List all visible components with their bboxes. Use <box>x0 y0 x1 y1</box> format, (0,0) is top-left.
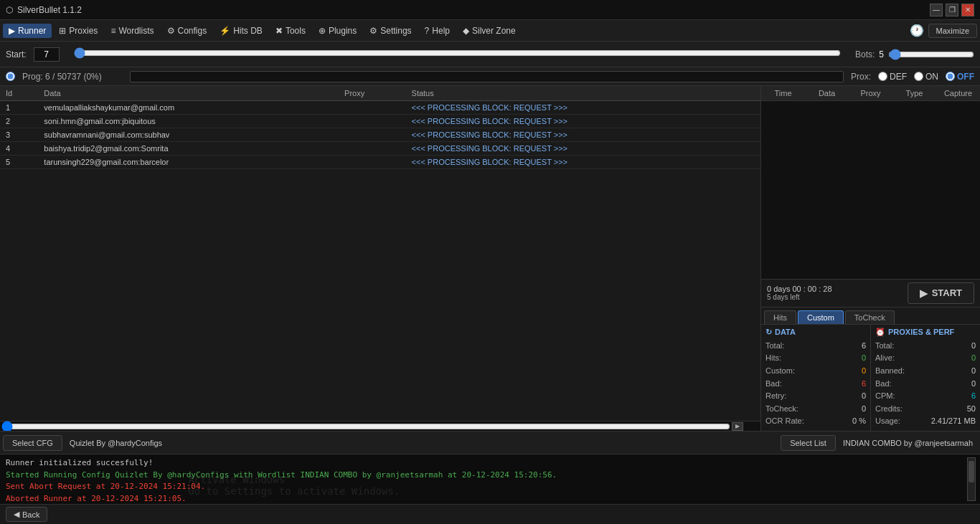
log-scrollbar-thumb[interactable] <box>969 461 974 482</box>
stat-ocrrate-label: OCR Rate: <box>765 415 804 428</box>
menu-configs[interactable]: ⚙ Configs <box>161 24 213 38</box>
log-scrollbar[interactable] <box>967 457 976 501</box>
table-row: 3 subhavramnani@gmail.com:subhav <<< PRO… <box>0 128 760 142</box>
back-button[interactable]: ◀ Back <box>6 507 47 522</box>
menu-tools[interactable]: ✖ Tools <box>270 24 311 38</box>
prog-radio[interactable] <box>6 72 15 81</box>
menu-hitsdb[interactable]: ⚡ Hits DB <box>214 24 268 38</box>
cell-id: 1 <box>0 101 38 115</box>
menu-proxies-label: Proxies <box>69 26 98 36</box>
minimize-button[interactable]: — <box>930 4 943 16</box>
cell-id: 4 <box>0 142 38 156</box>
proxy-off-label[interactable]: OFF <box>946 72 974 82</box>
prox-usage-value: 2.41/271 MB <box>931 415 976 428</box>
menu-wordlists[interactable]: ≡ Wordlists <box>105 24 159 38</box>
help-icon: ? <box>425 26 430 36</box>
menu-help[interactable]: ? Help <box>419 24 456 38</box>
proxy-def-label[interactable]: DEF <box>878 72 907 82</box>
cell-data: subhavramnani@gmail.com:subhav <box>38 128 339 142</box>
app-icon: ⬡ <box>6 5 13 15</box>
hscroll-right-btn[interactable]: ▶ <box>732 422 743 431</box>
menu-settings[interactable]: ⚙ Settings <box>364 24 417 38</box>
progress-bar-container <box>130 71 844 82</box>
start-icon: ▶ <box>920 287 928 299</box>
menu-plugins[interactable]: ⊕ Plugins <box>313 24 362 38</box>
results-capture-header: Capture <box>936 89 980 97</box>
log-lines: Runner initialized succesfully!Started R… <box>6 457 974 504</box>
stat-retry: Retry: 0 <box>765 390 866 403</box>
menu-proxies[interactable]: ⊞ Proxies <box>53 24 103 38</box>
config-name: Quizlet By @hardyConfigs <box>65 439 166 447</box>
prox-total: Total: 0 <box>875 340 976 353</box>
proxies-stats-title: PROXIES & PERF <box>888 328 954 336</box>
prox-bad-value: 0 <box>971 378 976 391</box>
table-row: 5 tarunsingh229@gmail.com:barcelor <<< P… <box>0 156 760 169</box>
days-left: 5 days left <box>767 293 832 301</box>
history-button[interactable]: 🕐 <box>907 24 927 37</box>
cell-proxy <box>339 128 405 142</box>
data-stats-icon: ↻ <box>765 328 772 337</box>
prox-total-label: Total: <box>875 340 894 353</box>
prox-label: Prox: <box>851 72 871 82</box>
stats-panel: ↻ DATA Total: 6 Hits: 0 Custom: 0 <box>761 324 980 431</box>
wordlist-name: INDIAN COMBO by @ranjeetsarmah <box>839 439 977 447</box>
stat-total: Total: 6 <box>765 340 866 353</box>
stat-bad: Bad: 6 <box>765 378 866 391</box>
timer-display: 0 days 00 : 00 : 28 <box>767 285 832 293</box>
horizontal-scrollbar[interactable] <box>1 424 730 429</box>
tab-custom[interactable]: Custom <box>798 310 844 324</box>
start-input[interactable]: 7 <box>34 47 60 62</box>
tab-hits[interactable]: Hits <box>764 310 796 324</box>
results-type-header: Type <box>892 89 936 97</box>
stat-total-value: 6 <box>862 340 866 353</box>
bottom-bar: ◀ Back <box>0 504 980 524</box>
tab-tocheck[interactable]: ToCheck <box>845 310 895 324</box>
stat-hits-label: Hits: <box>765 352 781 365</box>
menu-silverzone-label: Silver Zone <box>472 26 516 36</box>
cell-proxy <box>339 115 405 128</box>
start-label: START <box>932 287 962 298</box>
menu-hitsdb-label: Hits DB <box>233 26 263 36</box>
back-icon: ◀ <box>14 510 19 519</box>
col-data: Data <box>38 86 339 101</box>
results-proxy-header: Proxy <box>849 89 892 97</box>
maximize-button[interactable]: Maximize <box>928 24 977 38</box>
close-button[interactable]: ✕ <box>961 4 974 16</box>
stat-hits: Hits: 0 <box>765 352 866 365</box>
proxy-on-radio[interactable] <box>914 72 923 81</box>
restore-button[interactable]: ❐ <box>946 4 958 16</box>
configs-icon: ⚙ <box>167 26 175 36</box>
cell-status: <<< PROCESSING BLOCK: REQUEST >>> <box>406 128 760 142</box>
cell-id: 3 <box>0 128 38 142</box>
proxy-on-label[interactable]: ON <box>914 72 938 82</box>
stat-ocrrate-value: 0 % <box>852 415 866 428</box>
silverzone-icon: ◆ <box>463 26 469 36</box>
select-list-button[interactable]: Select List <box>781 435 836 451</box>
cell-proxy <box>339 142 405 156</box>
position-slider[interactable] <box>74 47 841 59</box>
prox-bad: Bad: 0 <box>875 378 976 391</box>
result-tabs: Hits Custom ToCheck <box>761 307 980 324</box>
cell-status: <<< PROCESSING BLOCK: REQUEST >>> <box>406 101 760 115</box>
proxy-on-text: ON <box>925 72 938 82</box>
proxy-off-radio[interactable] <box>946 72 955 81</box>
proxy-def-radio[interactable] <box>878 72 887 81</box>
stat-hits-value: 0 <box>862 352 866 365</box>
cell-id: 2 <box>0 115 38 128</box>
select-cfg-button[interactable]: Select CFG <box>3 435 62 451</box>
plugins-icon: ⊕ <box>319 26 326 36</box>
menu-runner[interactable]: ▶ Runner <box>3 24 52 38</box>
menu-settings-label: Settings <box>380 26 411 36</box>
start-button[interactable]: ▶ START <box>908 282 974 304</box>
menu-silverzone[interactable]: ◆ Silver Zone <box>457 24 522 38</box>
bots-slider[interactable] <box>888 49 974 60</box>
prox-usage: Usage: 2.41/271 MB <box>875 415 976 428</box>
proxy-off-text: OFF <box>957 72 974 82</box>
prox-alive: Alive: 0 <box>875 352 976 365</box>
table-header: Id Data Proxy Status <box>0 86 760 101</box>
hitsdb-icon: ⚡ <box>220 26 230 36</box>
stat-custom-label: Custom: <box>765 365 795 378</box>
data-stats-title: DATA <box>775 328 796 336</box>
prox-credits-value: 50 <box>967 403 976 416</box>
prox-cpm-value: 6 <box>971 390 976 403</box>
